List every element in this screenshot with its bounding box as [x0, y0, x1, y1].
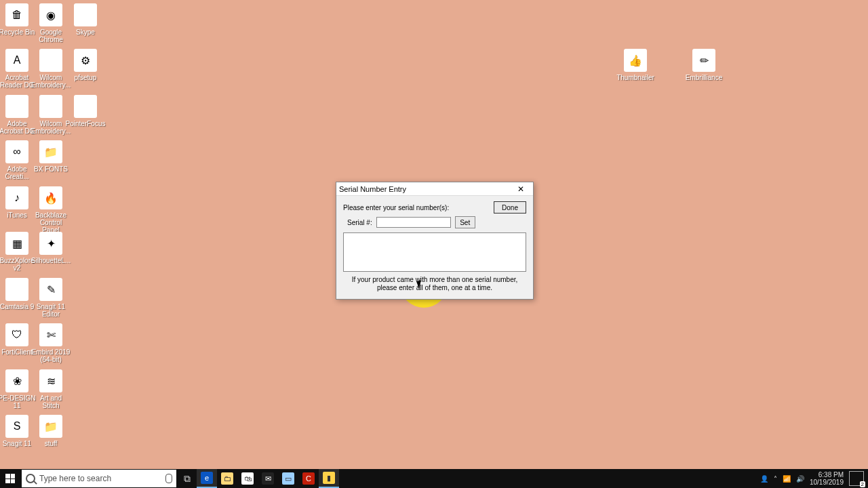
google-chrome-icon[interactable]: ◉Google Chrome — [35, 3, 67, 43]
pe-design-icon[interactable]: ❀PE-DESIGN 11 — [1, 369, 33, 409]
edge-icon-glyph: e — [201, 472, 213, 484]
embrilliance-task-icon[interactable]: ▮ — [319, 469, 339, 488]
clock[interactable]: 6:38 PM 10/19/2019 — [810, 471, 844, 486]
windows-logo-icon — [5, 474, 15, 483]
icon-label: SilhouetteL... — [31, 257, 71, 264]
backblaze-icon-glyph: 🔥 — [39, 186, 62, 209]
icon-label: Art and Stitch — [31, 394, 71, 409]
snagit-editor-icon[interactable]: ✎Snagit 11 Editor — [35, 278, 67, 318]
microphone-icon[interactable] — [165, 474, 172, 483]
dialog-title: Serial Number Entry — [339, 185, 511, 193]
camtasia-icon[interactable]: CCamtasia 9 — [1, 278, 33, 310]
taskbar: Type here to search ⧉ e🗀🛍✉▭C▮ 👤 ˄ 📶 🔊 6:… — [0, 469, 868, 488]
stuff-icon[interactable]: 📁stuff — [35, 415, 67, 447]
embrilliance-task-icon-glyph: ▮ — [323, 472, 335, 484]
icon-label: BX FONTS — [31, 165, 71, 173]
thumbnailer-icon-glyph: 👍 — [624, 49, 647, 72]
volume-icon[interactable]: 🔊 — [796, 475, 804, 483]
stuff-icon-glyph: 📁 — [39, 415, 62, 438]
icon-label: Backblaze Control Panel — [31, 211, 71, 234]
icon-label: Skype — [65, 28, 106, 36]
skype-icon-glyph: S — [74, 3, 97, 26]
start-button[interactable] — [0, 469, 20, 488]
people-icon[interactable]: 👤 — [760, 475, 768, 483]
close-button[interactable]: ✕ — [511, 183, 530, 195]
snagit-icon[interactable]: SSnagit 11 — [1, 415, 33, 447]
network-icon[interactable]: 📶 — [783, 475, 791, 483]
close-icon: ✕ — [517, 184, 524, 194]
wilcom-embroidery-icon-1[interactable]: ESWilcom Embroidery... — [35, 49, 67, 89]
snagit-icon-glyph: S — [5, 415, 28, 438]
search-placeholder: Type here to search — [39, 474, 161, 483]
file-explorer-icon-glyph: 🗀 — [221, 472, 233, 485]
google-chrome-icon-glyph: ◉ — [39, 3, 62, 26]
dialog-titlebar[interactable]: Serial Number Entry ✕ — [336, 182, 533, 196]
wilcom-embroidery-icon-2[interactable]: ESWilcom Embroidery... — [35, 95, 67, 135]
done-button[interactable]: Done — [494, 201, 526, 214]
mail-icon-glyph: ✉ — [262, 472, 274, 485]
pfsetup-icon-glyph: ⚙ — [74, 49, 97, 72]
camtasia-task-icon[interactable]: C — [298, 469, 319, 488]
icon-label: Embrilliance — [684, 74, 724, 81]
snagit-editor-icon-glyph: ✎ — [39, 278, 62, 301]
art-stitch-icon[interactable]: ≋Art and Stitch — [35, 369, 67, 409]
serial-label: Serial #: — [347, 219, 372, 226]
pfsetup-icon[interactable]: ⚙pfsetup — [69, 49, 102, 81]
forticlient-icon-glyph: 🛡 — [5, 323, 28, 346]
search-icon — [26, 474, 35, 483]
icon-label: stuff — [31, 440, 71, 447]
adobe-acrobat-icon[interactable]: AAdobe Acrobat DC — [1, 95, 33, 135]
skype-icon[interactable]: SSkype — [69, 3, 102, 36]
recycle-bin-icon-glyph: 🗑 — [5, 3, 28, 26]
buzzxplore-icon[interactable]: ▦BuzzXplore v2 — [1, 232, 33, 272]
icon-label: pfsetup — [65, 74, 106, 81]
art-stitch-icon-glyph: ≋ — [39, 369, 62, 392]
serial-number-dialog: Serial Number Entry ✕ Please enter your … — [336, 182, 534, 300]
store-icon-glyph: 🛍 — [241, 472, 254, 485]
adobe-acrobat-icon-glyph: A — [5, 95, 28, 118]
wilcom-embroidery-icon-1-glyph: ES — [39, 49, 62, 72]
serial-list[interactable] — [343, 232, 526, 272]
edge-icon[interactable]: e — [197, 469, 217, 488]
mail-icon[interactable]: ✉ — [258, 469, 278, 488]
recycle-bin-icon[interactable]: 🗑Recycle Bin — [1, 3, 33, 36]
embrilliance-icon[interactable]: ✏Embrilliance — [688, 49, 720, 81]
action-center-button[interactable]: 2 — [849, 471, 864, 486]
task-view-button[interactable]: ⧉ — [178, 469, 197, 488]
itunes-icon[interactable]: ♪iTunes — [1, 186, 33, 219]
acrobat-reader-icon[interactable]: AAcrobat Reader DC — [1, 49, 33, 89]
acrobat-reader-icon-glyph: A — [5, 49, 28, 72]
bx-fonts-icon[interactable]: 📁BX FONTS — [35, 140, 67, 173]
bx-fonts-icon-glyph: 📁 — [39, 140, 62, 163]
tray-overflow-icon[interactable]: ˄ — [774, 475, 777, 483]
icon-label: Snagit 11 Editor — [31, 303, 71, 318]
notepad-icon[interactable]: ▭ — [278, 469, 298, 488]
notepad-icon-glyph: ▭ — [282, 472, 294, 485]
store-icon[interactable]: 🛍 — [237, 469, 258, 488]
dialog-prompt: Please enter your serial number(s): — [343, 204, 490, 211]
silhouette-icon[interactable]: ✦SilhouetteL... — [35, 232, 67, 264]
wilcom-embroidery-icon-2-glyph: ES — [39, 95, 62, 118]
itunes-icon-glyph: ♪ — [5, 186, 28, 209]
embird-icon-glyph: ✄ — [39, 323, 62, 346]
desktop: 🗑Recycle Bin◉Google ChromeSSkypeAAcrobat… — [0, 0, 868, 469]
notification-badge: 2 — [860, 481, 865, 487]
buzzxplore-icon-glyph: ▦ — [5, 232, 28, 255]
backblaze-icon[interactable]: 🔥Backblaze Control Panel — [35, 186, 67, 234]
file-explorer-icon[interactable]: 🗀 — [217, 469, 237, 488]
icon-label: PointerFocus — [65, 120, 106, 127]
adobe-creative-icon[interactable]: ∞Adobe Creati... — [1, 140, 33, 180]
system-tray: 👤 ˄ 📶 🔊 6:38 PM 10/19/2019 2 — [756, 471, 868, 486]
thumbnailer-icon[interactable]: 👍Thumbnailer — [619, 49, 652, 81]
pointerfocus-icon[interactable]: ◎PointerFocus — [69, 95, 102, 127]
camtasia-icon-glyph: C — [5, 278, 28, 301]
set-button[interactable]: Set — [455, 216, 475, 228]
serial-input[interactable] — [376, 217, 451, 228]
icon-label: Thumbnailer — [615, 74, 656, 81]
embird-icon[interactable]: ✄Embird 2019 (64-bit) — [35, 323, 67, 363]
forticlient-icon[interactable]: 🛡FortiClient — [1, 323, 33, 356]
pointerfocus-icon-glyph: ◎ — [74, 95, 97, 118]
search-box[interactable]: Type here to search — [22, 470, 176, 487]
adobe-creative-icon-glyph: ∞ — [5, 140, 28, 163]
pe-design-icon-glyph: ❀ — [5, 369, 28, 392]
